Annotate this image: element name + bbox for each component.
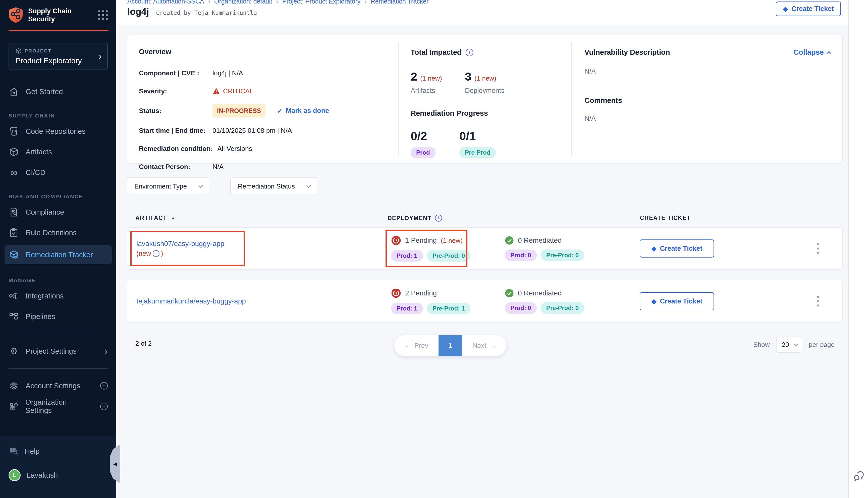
- sidebar-item-compliance[interactable]: Compliance: [9, 204, 108, 220]
- sidebar-item-get-started[interactable]: Get Started: [9, 83, 108, 100]
- breadcrumb-organization[interactable]: Organization: default: [214, 0, 272, 5]
- mark-as-done-button[interactable]: ✓ Mark as done: [277, 107, 329, 115]
- sidebar-item-integrations[interactable]: Integrations: [9, 288, 108, 304]
- preprod-chip: Pre-Prod: 0: [541, 249, 584, 261]
- pending-count: 1 Pending: [405, 236, 437, 245]
- severity-label: Severity:: [139, 87, 212, 95]
- prod-chip: Prod: 1: [391, 303, 423, 314]
- preprod-chip: Pre-Prod: 0: [427, 250, 470, 262]
- pending-count: 2 Pending: [405, 289, 437, 297]
- app-grid-icon[interactable]: [98, 10, 108, 20]
- create-ticket-button[interactable]: ◆ Create Ticket: [776, 1, 841, 16]
- sidebar-item-rule-definitions[interactable]: Rule Definitions: [9, 225, 108, 241]
- info-icon[interactable]: i: [153, 250, 159, 257]
- org-hierarchy-icon: [9, 402, 19, 411]
- infinity-icon: ∞: [9, 167, 19, 178]
- app-title: Supply Chain Security: [28, 7, 72, 23]
- breadcrumb-current[interactable]: Remediation Tracker: [371, 0, 429, 5]
- diamond-icon: ◆: [651, 245, 656, 252]
- page-1-button[interactable]: 1: [439, 335, 462, 356]
- info-icon[interactable]: i: [100, 403, 108, 410]
- remediation-progress-heading: Remediation Progress: [411, 109, 564, 117]
- column-deployment: DEPLOYMENT i: [388, 214, 442, 222]
- right-rail: [848, 0, 868, 498]
- collapse-button[interactable]: Collapse: [793, 48, 831, 56]
- info-icon[interactable]: i: [435, 214, 442, 222]
- project-name: Product Exploratory: [16, 56, 101, 65]
- user-name: Lavakush: [27, 471, 58, 480]
- prev-page-button[interactable]: ← Prev: [394, 335, 439, 356]
- preprod-chip: Pre-Prod: [459, 147, 496, 158]
- next-page-button[interactable]: Next →: [462, 335, 506, 356]
- overview-card: Overview Component | CVE : log4j | N/A S…: [127, 35, 843, 164]
- time-value: 01/10/2025 01:08 pm | N/A: [212, 127, 292, 134]
- help-button[interactable]: ? Help: [9, 447, 108, 456]
- column-artifact[interactable]: ARTIFACT ▲: [135, 214, 176, 221]
- create-ticket-button[interactable]: ◆ Create Ticket: [640, 239, 714, 258]
- time-label: Start time | End time:: [139, 127, 212, 134]
- breadcrumb-project[interactable]: Project: Product Exploratory: [282, 0, 360, 5]
- sidebar-item-organization-settings[interactable]: Organization Settings i: [9, 398, 108, 415]
- pending-new: (1 new): [441, 237, 463, 245]
- gear-icon: ⚙: [9, 346, 19, 356]
- clipboard-check-icon: [9, 228, 19, 237]
- artifact-new-flag: (new i ): [137, 250, 224, 258]
- artifact-link[interactable]: lavakush07/easy-buggy-app: [137, 240, 224, 248]
- status-badge: IN-PROGRESS: [212, 104, 265, 117]
- compliance-doc-icon: [9, 207, 19, 217]
- project-selector[interactable]: PROJECT Product Exploratory ›: [9, 43, 108, 70]
- contact-value: N/A: [212, 163, 223, 171]
- user-menu[interactable]: L Lavakush: [9, 469, 108, 481]
- environment-type-filter[interactable]: Environment Type: [127, 178, 209, 195]
- app-logo: Supply Chain Security: [9, 0, 108, 23]
- artifact-link[interactable]: tejakummarikuntla/easy-buggy-app: [137, 297, 246, 305]
- warning-triangle-icon: [212, 88, 220, 95]
- sidebar-item-artifacts[interactable]: Artifacts: [9, 144, 108, 160]
- column-create-ticket: CREATE TICKET: [640, 214, 691, 221]
- progress-preprod-value: 0/1: [459, 129, 496, 143]
- per-page-label: per page: [809, 341, 834, 349]
- sort-asc-icon[interactable]: ▲: [171, 215, 176, 221]
- page-size-select[interactable]: 20: [776, 337, 802, 353]
- breadcrumb-account[interactable]: Account: Automation-SSCA: [127, 0, 204, 5]
- row-menu-kebab-icon[interactable]: [815, 293, 821, 309]
- sidebar-item-code-repositories[interactable]: Code Repositories: [9, 123, 108, 139]
- overview-heading: Overview: [139, 48, 393, 56]
- info-icon[interactable]: i: [466, 49, 473, 56]
- sidebar-item-remediation-tracker[interactable]: Remediation Tracker: [4, 245, 112, 264]
- info-icon[interactable]: i: [100, 382, 108, 390]
- artifact-box-icon: [9, 147, 19, 157]
- sidebar: Supply Chain Security PROJECT Product Ex…: [0, 0, 116, 498]
- page-subtitle: Created by Teja Kummarikuntla: [156, 10, 257, 16]
- accent-divider: [9, 30, 108, 31]
- pagination-summary: 2 of 2: [135, 340, 152, 348]
- chevron-down-icon: [307, 183, 311, 188]
- prod-chip: Prod: [411, 147, 436, 158]
- pagination: 2 of 2 ← Prev 1 Next → Show 20 per page: [127, 333, 843, 359]
- section-supply-chain: SUPPLY CHAIN: [9, 113, 108, 119]
- sidebar-item-cicd[interactable]: ∞ CI/CD: [9, 165, 108, 181]
- support-chat-icon[interactable]: [852, 471, 865, 483]
- pipelines-icon: [9, 312, 19, 321]
- component-cve-value: log4j | N/A: [212, 69, 243, 77]
- home-icon: [9, 87, 19, 96]
- create-ticket-button[interactable]: ◆ Create Ticket: [640, 292, 714, 310]
- help-chat-icon: ?: [9, 447, 18, 456]
- table-row: lavakush07/easy-buggy-app (new i ) 1 Pen…: [127, 227, 843, 270]
- remediated-count: 0 Remediated: [518, 289, 561, 297]
- contact-label: Contact Person:: [139, 163, 212, 171]
- page-title: log4j: [127, 6, 149, 17]
- sidebar-item-pipelines[interactable]: Pipelines: [9, 309, 108, 325]
- impacted-artifacts-label: Artifacts: [411, 87, 465, 95]
- chevron-down-icon: [793, 342, 798, 346]
- condition-value: All Versions: [217, 145, 252, 153]
- sidebar-item-project-settings[interactable]: ⚙ Project Settings ›: [9, 343, 108, 359]
- shield-logo-icon: [9, 7, 23, 23]
- main-area: Account: Automation-SSCA›Organization: d…: [116, 0, 848, 498]
- row-menu-kebab-icon[interactable]: [815, 241, 821, 256]
- sidebar-item-account-settings[interactable]: Account Settings i: [9, 378, 108, 394]
- cube-icon: [16, 48, 22, 54]
- page-header: Account: Automation-SSCA›Organization: d…: [116, 0, 848, 25]
- vulnerability-description-value: N/A: [584, 67, 831, 75]
- remediation-status-filter[interactable]: Remediation Status: [230, 178, 317, 195]
